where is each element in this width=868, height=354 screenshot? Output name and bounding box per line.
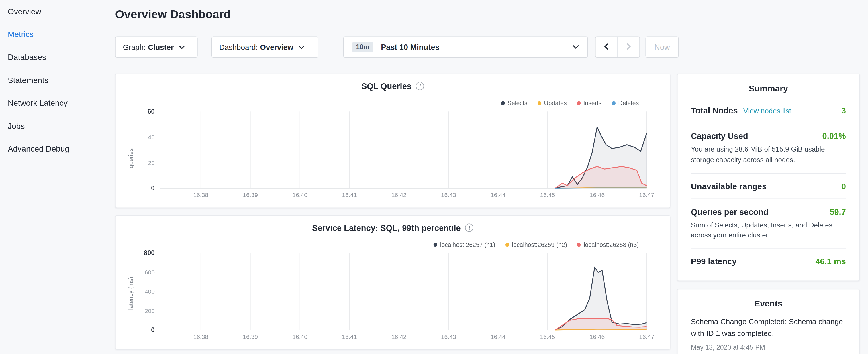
x-tick-label: 16:40	[292, 333, 308, 340]
summary-subtext: Sum of Selects, Updates, Inserts, and De…	[691, 220, 846, 240]
time-pager	[595, 36, 640, 57]
view-nodes-list-link[interactable]: View nodes list	[743, 107, 791, 115]
x-tick-label: 16:46	[590, 192, 605, 198]
summary-value: 0	[841, 181, 846, 191]
sidebar-item-statements[interactable]: Statements	[0, 69, 108, 92]
legend-label: localhost:26257 (n1)	[440, 241, 495, 248]
x-tick-label: 16:38	[193, 192, 208, 198]
events-title: Events	[691, 289, 846, 309]
y-tick-label: 600	[145, 269, 155, 276]
legend-item[interactable]: Updates	[537, 100, 566, 106]
legend-dot-icon	[433, 243, 437, 247]
summary-value: 59.7	[830, 207, 846, 216]
legend-item[interactable]: Deletes	[612, 100, 639, 106]
legend-item[interactable]: localhost:26259 (n2)	[505, 241, 567, 248]
sidebar-item-jobs[interactable]: Jobs	[0, 115, 108, 137]
legend-item[interactable]: Inserts	[577, 100, 601, 106]
legend-dot-icon	[577, 101, 581, 105]
time-window-dropdown[interactable]: 10m Past 10 Minutes	[343, 36, 588, 57]
y-tick-label: 0	[151, 326, 155, 334]
chart-title-row: SQL Queries i	[116, 81, 670, 91]
metrics-page: Overview Metrics Databases Statements Ne…	[0, 0, 868, 354]
summary-label: Capacity Used	[691, 131, 748, 141]
x-tick-label: 16:47	[639, 333, 654, 340]
legend-item[interactable]: localhost:26257 (n1)	[433, 241, 495, 248]
sidebar-item-databases[interactable]: Databases	[0, 46, 108, 69]
y-tick-label: 60	[147, 108, 155, 115]
summary-row-p99-latency: P99 latency 46.1 ms	[691, 249, 846, 274]
sql-queries-plot-area[interactable]: 16:3816:3916:4016:4116:4216:4316:4416:45…	[116, 74, 670, 207]
chevron-right-icon	[626, 42, 631, 52]
series-line	[555, 188, 647, 188]
legend-label: Selects	[507, 100, 528, 106]
y-tick-label: 200	[145, 308, 155, 314]
sidebar-item-metrics[interactable]: Metrics	[0, 23, 108, 46]
x-tick-label: 16:45	[540, 333, 555, 340]
legend-label: localhost:26259 (n2)	[512, 241, 567, 248]
info-icon[interactable]: i	[416, 82, 424, 90]
legend-dot-icon	[537, 101, 541, 105]
chart-legend: localhost:26257 (n1)localhost:26259 (n2)…	[433, 241, 639, 248]
summary-row-queries-per-second: Queries per second 59.7 Sum of Selects, …	[691, 199, 846, 249]
y-tick-label: 400	[145, 288, 155, 295]
y-tick-label: 40	[148, 134, 155, 140]
events-panel: Events Schema Change Completed: Schema c…	[677, 289, 860, 354]
summary-title: Summary	[691, 74, 846, 94]
summary-label: Total Nodes	[691, 106, 738, 115]
service-latency-chart-panel: Service Latency: SQL, 99th percentile i …	[115, 215, 671, 349]
chart-title-row: Service Latency: SQL, 99th percentile i	[116, 223, 670, 232]
dashboard-dropdown[interactable]: Dashboard: Overview	[212, 36, 318, 57]
dashboard-dropdown-label: Dashboard:	[219, 43, 258, 51]
x-tick-label: 16:39	[243, 192, 258, 198]
info-icon[interactable]: i	[465, 223, 473, 232]
legend-item[interactable]: localhost:26258 (n3)	[577, 241, 639, 248]
summary-row-total-nodes: Total Nodes View nodes list 3	[691, 106, 846, 123]
legend-dot-icon	[612, 101, 616, 105]
prev-time-button[interactable]	[596, 37, 617, 57]
event-item-text: Schema Change Completed: Schema change w…	[691, 317, 846, 340]
x-tick-label: 16:44	[491, 333, 506, 340]
x-tick-label: 16:45	[540, 192, 555, 198]
service-latency-plot-area[interactable]: 16:3816:3916:4016:4116:4216:4316:4416:45…	[116, 216, 670, 349]
legend-label: localhost:26258 (n3)	[584, 241, 639, 248]
series-area	[555, 166, 647, 188]
y-tick-label: 0	[151, 185, 155, 192]
legend-label: Deletes	[618, 100, 639, 106]
y-tick-label: 20	[148, 160, 155, 166]
sidebar-nav: Overview Metrics Databases Statements Ne…	[0, 0, 108, 160]
summary-value: 46.1 ms	[815, 257, 846, 266]
x-tick-label: 16:41	[342, 333, 357, 340]
summary-label: Unavailable ranges	[691, 181, 767, 191]
chevron-down-icon	[572, 45, 579, 49]
x-tick-label: 16:46	[590, 333, 605, 340]
x-tick-label: 16:42	[392, 192, 407, 198]
x-tick-label: 16:39	[243, 333, 258, 340]
sidebar-item-network-latency[interactable]: Network Latency	[0, 92, 108, 115]
graph-scope-dropdown[interactable]: Graph: Cluster	[115, 36, 198, 57]
chevron-left-icon	[604, 42, 609, 52]
x-tick-label: 16:43	[441, 192, 456, 198]
summary-value: 3	[841, 106, 846, 115]
x-tick-label: 16:47	[639, 192, 654, 198]
sql-queries-chart-panel: SQL Queries i SelectsUpdatesInsertsDelet…	[115, 74, 671, 208]
y-tick-label: 800	[144, 249, 155, 257]
summary-panel: Summary Total Nodes View nodes list 3 Ca…	[677, 74, 860, 281]
summary-rows: Total Nodes View nodes list 3 Capacity U…	[691, 106, 846, 274]
chevron-down-icon	[298, 45, 304, 49]
sidebar-item-overview[interactable]: Overview	[0, 0, 108, 23]
summary-value: 0.01%	[823, 131, 846, 141]
legend-item[interactable]: Selects	[501, 100, 528, 106]
legend-dot-icon	[577, 243, 581, 247]
x-tick-label: 16:38	[193, 333, 208, 340]
x-tick-label: 16:42	[392, 333, 407, 340]
x-tick-label: 16:40	[292, 192, 308, 198]
x-tick-label: 16:41	[342, 192, 357, 198]
sidebar-item-advanced-debug[interactable]: Advanced Debug	[0, 137, 108, 160]
legend-dot-icon	[501, 101, 505, 105]
dashboard-dropdown-value: Overview	[260, 43, 293, 51]
time-window-value: Past 10 Minutes	[381, 43, 439, 52]
event-item-timestamp: May 13, 2020 at 4:45 PM	[691, 344, 846, 351]
next-time-button[interactable]	[617, 37, 639, 57]
now-button[interactable]: Now	[645, 36, 679, 57]
time-window-badge: 10m	[352, 42, 373, 52]
